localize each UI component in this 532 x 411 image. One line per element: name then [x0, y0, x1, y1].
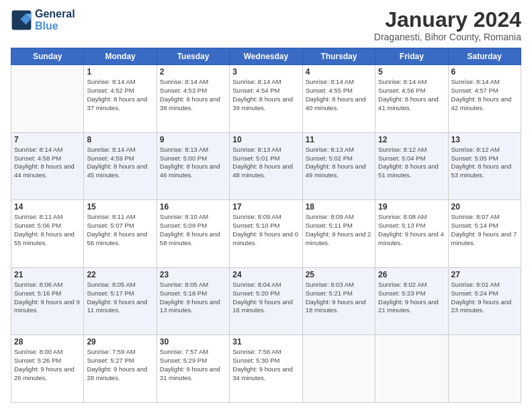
calendar-cell: [11, 65, 84, 133]
day-info: Sunrise: 8:13 AMSunset: 5:02 PMDaylight:…: [306, 146, 372, 180]
day-info: Sunrise: 8:06 AMSunset: 5:16 PMDaylight:…: [14, 281, 81, 315]
page: General Blue January 2024 Draganesti, Bi…: [0, 0, 532, 411]
day-number: 1: [87, 67, 153, 77]
calendar-cell: 20Sunrise: 8:07 AMSunset: 5:14 PMDayligh…: [448, 200, 521, 268]
weekday-header-cell: Tuesday: [157, 48, 229, 65]
day-info: Sunrise: 8:14 AMSunset: 4:59 PMDaylight:…: [87, 146, 153, 180]
day-number: 5: [378, 67, 445, 77]
calendar-cell: 8Sunrise: 8:14 AMSunset: 4:59 PMDaylight…: [84, 132, 157, 200]
day-number: 31: [232, 337, 299, 347]
calendar-week-row: 1Sunrise: 8:14 AMSunset: 4:52 PMDaylight…: [11, 65, 521, 133]
day-info: Sunrise: 8:11 AMSunset: 5:07 PMDaylight:…: [87, 213, 153, 247]
day-info: Sunrise: 8:07 AMSunset: 5:14 PMDaylight:…: [451, 213, 518, 247]
subtitle: Draganesti, Bihor County, Romania: [374, 32, 521, 42]
weekday-header-cell: Friday: [375, 48, 448, 65]
day-info: Sunrise: 8:03 AMSunset: 5:21 PMDaylight:…: [306, 281, 372, 315]
weekday-header-cell: Saturday: [448, 48, 521, 65]
day-number: 14: [14, 202, 81, 212]
day-info: Sunrise: 8:09 AMSunset: 5:10 PMDaylight:…: [232, 213, 299, 247]
calendar-cell: [375, 335, 448, 403]
day-info: Sunrise: 8:11 AMSunset: 5:06 PMDaylight:…: [14, 213, 81, 247]
day-info: Sunrise: 8:13 AMSunset: 5:00 PMDaylight:…: [160, 146, 226, 180]
day-number: 3: [232, 67, 299, 77]
calendar-cell: 30Sunrise: 7:57 AMSunset: 5:29 PMDayligh…: [157, 335, 229, 403]
day-number: 29: [87, 337, 153, 347]
logo-icon: [11, 9, 32, 31]
weekday-header-cell: Wednesday: [230, 48, 302, 65]
day-info: Sunrise: 8:14 AMSunset: 4:55 PMDaylight:…: [306, 78, 372, 112]
calendar-cell: 10Sunrise: 8:13 AMSunset: 5:01 PMDayligh…: [230, 132, 302, 200]
day-number: 25: [306, 270, 372, 279]
day-number: 9: [160, 135, 226, 144]
day-number: 27: [451, 270, 518, 279]
day-number: 8: [87, 135, 153, 144]
calendar-cell: 6Sunrise: 8:14 AMSunset: 4:57 PMDaylight…: [448, 65, 521, 133]
day-info: Sunrise: 8:08 AMSunset: 5:13 PMDaylight:…: [378, 213, 445, 247]
day-info: Sunrise: 8:10 AMSunset: 5:09 PMDaylight:…: [160, 213, 226, 247]
day-number: 22: [87, 270, 153, 279]
calendar-cell: 14Sunrise: 8:11 AMSunset: 5:06 PMDayligh…: [11, 200, 84, 268]
calendar-week-row: 7Sunrise: 8:14 AMSunset: 4:58 PMDaylight…: [11, 132, 521, 200]
calendar-cell: 22Sunrise: 8:05 AMSunset: 5:17 PMDayligh…: [84, 267, 157, 335]
calendar-cell: [448, 335, 521, 403]
day-number: 15: [87, 202, 153, 212]
weekday-header-cell: Sunday: [11, 48, 84, 65]
day-number: 26: [378, 270, 445, 279]
day-info: Sunrise: 8:12 AMSunset: 5:04 PMDaylight:…: [378, 146, 445, 180]
header: General Blue January 2024 Draganesti, Bi…: [11, 8, 521, 42]
calendar-cell: 27Sunrise: 8:01 AMSunset: 5:24 PMDayligh…: [448, 267, 521, 335]
day-number: 20: [451, 202, 518, 212]
calendar-cell: [302, 335, 375, 403]
calendar-week-row: 14Sunrise: 8:11 AMSunset: 5:06 PMDayligh…: [11, 200, 521, 268]
day-info: Sunrise: 8:04 AMSunset: 5:20 PMDaylight:…: [232, 281, 299, 315]
weekday-header-cell: Thursday: [302, 48, 375, 65]
calendar-cell: 2Sunrise: 8:14 AMSunset: 4:53 PMDaylight…: [157, 65, 229, 133]
calendar-table: SundayMondayTuesdayWednesdayThursdayFrid…: [11, 48, 521, 403]
calendar-cell: 19Sunrise: 8:08 AMSunset: 5:13 PMDayligh…: [375, 200, 448, 268]
day-number: 21: [14, 270, 81, 279]
day-info: Sunrise: 8:14 AMSunset: 4:56 PMDaylight:…: [378, 78, 445, 112]
logo-text: General Blue: [35, 8, 75, 32]
calendar-cell: 5Sunrise: 8:14 AMSunset: 4:56 PMDaylight…: [375, 65, 448, 133]
day-info: Sunrise: 7:59 AMSunset: 5:27 PMDaylight:…: [87, 348, 153, 382]
day-number: 17: [232, 202, 299, 212]
calendar-cell: 11Sunrise: 8:13 AMSunset: 5:02 PMDayligh…: [302, 132, 375, 200]
calendar-cell: 25Sunrise: 8:03 AMSunset: 5:21 PMDayligh…: [302, 267, 375, 335]
day-info: Sunrise: 8:02 AMSunset: 5:23 PMDaylight:…: [378, 281, 445, 315]
day-number: 19: [378, 202, 445, 212]
day-info: Sunrise: 8:14 AMSunset: 4:54 PMDaylight:…: [232, 78, 299, 112]
day-info: Sunrise: 8:00 AMSunset: 5:26 PMDaylight:…: [14, 348, 81, 382]
calendar-week-row: 28Sunrise: 8:00 AMSunset: 5:26 PMDayligh…: [11, 335, 521, 403]
day-info: Sunrise: 8:14 AMSunset: 4:57 PMDaylight:…: [451, 78, 518, 112]
day-info: Sunrise: 8:09 AMSunset: 5:11 PMDaylight:…: [306, 213, 372, 247]
calendar-cell: 23Sunrise: 8:05 AMSunset: 5:18 PMDayligh…: [157, 267, 229, 335]
calendar-body: 1Sunrise: 8:14 AMSunset: 4:52 PMDaylight…: [11, 65, 521, 403]
day-number: 18: [306, 202, 372, 212]
day-number: 24: [232, 270, 299, 279]
weekday-header: SundayMondayTuesdayWednesdayThursdayFrid…: [11, 48, 521, 65]
calendar-cell: 7Sunrise: 8:14 AMSunset: 4:58 PMDaylight…: [11, 132, 84, 200]
calendar-cell: 1Sunrise: 8:14 AMSunset: 4:52 PMDaylight…: [84, 65, 157, 133]
day-info: Sunrise: 8:05 AMSunset: 5:17 PMDaylight:…: [87, 281, 153, 315]
day-number: 13: [451, 135, 518, 144]
calendar-week-row: 21Sunrise: 8:06 AMSunset: 5:16 PMDayligh…: [11, 267, 521, 335]
calendar-cell: 31Sunrise: 7:56 AMSunset: 5:30 PMDayligh…: [230, 335, 302, 403]
day-number: 12: [378, 135, 445, 144]
calendar-cell: 28Sunrise: 8:00 AMSunset: 5:26 PMDayligh…: [11, 335, 84, 403]
day-number: 28: [14, 337, 81, 347]
calendar-cell: 16Sunrise: 8:10 AMSunset: 5:09 PMDayligh…: [157, 200, 229, 268]
day-info: Sunrise: 8:14 AMSunset: 4:53 PMDaylight:…: [160, 78, 226, 112]
calendar-cell: 15Sunrise: 8:11 AMSunset: 5:07 PMDayligh…: [84, 200, 157, 268]
day-info: Sunrise: 8:13 AMSunset: 5:01 PMDaylight:…: [232, 146, 299, 180]
calendar-cell: 13Sunrise: 8:12 AMSunset: 5:05 PMDayligh…: [448, 132, 521, 200]
day-info: Sunrise: 8:14 AMSunset: 4:58 PMDaylight:…: [14, 146, 81, 180]
day-info: Sunrise: 8:05 AMSunset: 5:18 PMDaylight:…: [160, 281, 226, 315]
day-info: Sunrise: 8:01 AMSunset: 5:24 PMDaylight:…: [451, 281, 518, 315]
main-title: January 2024: [374, 8, 521, 32]
day-info: Sunrise: 8:12 AMSunset: 5:05 PMDaylight:…: [451, 146, 518, 180]
day-number: 10: [232, 135, 299, 144]
day-number: 11: [306, 135, 372, 144]
weekday-header-cell: Monday: [84, 48, 157, 65]
calendar-cell: 29Sunrise: 7:59 AMSunset: 5:27 PMDayligh…: [84, 335, 157, 403]
day-number: 2: [160, 67, 226, 77]
